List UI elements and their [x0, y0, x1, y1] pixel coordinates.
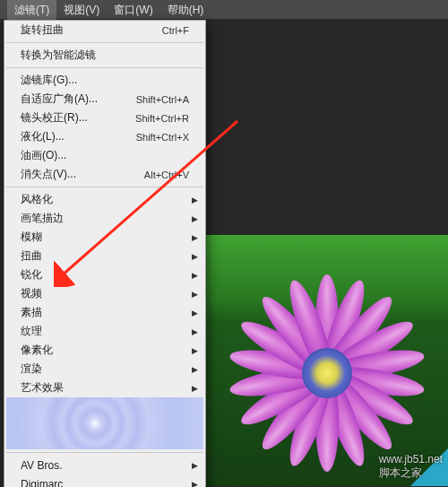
- menu-item-shortcut: Ctrl+F: [162, 25, 189, 36]
- menu-item-sketch[interactable]: 素描: [4, 303, 205, 322]
- menu-item-label: 转换为智能滤镜: [21, 48, 189, 63]
- separator: [6, 67, 203, 68]
- menu-item-sharpen[interactable]: 锐化: [4, 265, 205, 284]
- menu-item-label: 镜头校正(R)...: [21, 110, 135, 126]
- menu-item-label: 锐化: [21, 267, 189, 283]
- separator: [6, 452, 203, 453]
- menubar: 滤镜(T) 视图(V) 窗口(W) 帮助(H): [0, 0, 448, 20]
- menu-item-label: 视频: [21, 286, 189, 301]
- filter-preview-swirl: [6, 397, 203, 449]
- watermark-text: www.jb51.net 脚本之家: [379, 453, 443, 481]
- menu-item-label: 素描: [21, 305, 189, 320]
- watermark-line2: 脚本之家: [379, 465, 443, 481]
- menu-item-shortcut: Alt+Ctrl+V: [144, 170, 189, 180]
- menu-help[interactable]: 帮助(H): [160, 0, 211, 20]
- menu-item-label: 风格化: [21, 192, 189, 207]
- menu-item-label: 纹理: [21, 324, 189, 339]
- document-image: www.jb51.net 脚本之家: [206, 235, 448, 486]
- menu-item-brush-strokes[interactable]: 画笔描边: [4, 209, 205, 228]
- menu-item-label: 艺术效果: [21, 380, 189, 396]
- menu-item-label: 液化(L)...: [21, 129, 136, 144]
- menu-item-distort[interactable]: 扭曲: [4, 247, 205, 265]
- menu-item-shortcut: Shift+Ctrl+R: [135, 113, 189, 124]
- menu-item-video[interactable]: 视频: [4, 284, 205, 303]
- menu-item-vanishing-point[interactable]: 消失点(V)...Alt+Ctrl+V: [4, 165, 205, 184]
- menu-item-label: 自适应广角(A)...: [21, 91, 136, 107]
- menu-item-label: 消失点(V)...: [21, 167, 144, 182]
- menu-item-texture[interactable]: 纹理: [4, 322, 205, 341]
- menu-item-label: 油画(O)...: [21, 148, 189, 163]
- menu-item-blur[interactable]: 模糊: [4, 228, 205, 247]
- menu-item-digimarc[interactable]: Digimarc: [4, 474, 205, 487]
- menu-filter[interactable]: 滤镜(T): [7, 0, 56, 20]
- separator: [6, 187, 203, 187]
- menu-item-artistic[interactable]: 艺术效果: [4, 378, 205, 397]
- menu-item-convert-smart-filter[interactable]: 转换为智能滤镜: [4, 46, 205, 65]
- menu-item-stylize[interactable]: 风格化: [4, 190, 205, 209]
- menu-item-label: AV Bros.: [21, 459, 189, 472]
- menu-item-label: 模糊: [21, 230, 189, 245]
- menu-item-lens-correction[interactable]: 镜头校正(R)...Shift+Ctrl+R: [4, 109, 205, 127]
- menu-item-label: 像素化: [21, 343, 189, 358]
- menu-item-adaptive-wide-angle[interactable]: 自适应广角(A)...Shift+Ctrl+A: [4, 90, 205, 109]
- menu-item-label: 扭曲: [21, 248, 189, 264]
- menu-view[interactable]: 视图(V): [56, 0, 107, 20]
- menu-item-shortcut: Shift+Ctrl+A: [136, 94, 189, 105]
- menu-window[interactable]: 窗口(W): [107, 0, 159, 20]
- menu-item-label: Digimarc: [21, 478, 189, 488]
- menu-item-filter-gallery[interactable]: 滤镜库(G)...: [4, 71, 205, 90]
- watermark-line1: www.jb51.net: [379, 453, 443, 465]
- filter-dropdown: 旋转扭曲 Ctrl+F 转换为智能滤镜 滤镜库(G)... 自适应广角(A)..…: [4, 20, 206, 487]
- menu-item-label: 旋转扭曲: [21, 22, 162, 38]
- menu-item-twirl-repeat[interactable]: 旋转扭曲 Ctrl+F: [4, 21, 205, 39]
- menu-item-pixelate[interactable]: 像素化: [4, 341, 205, 360]
- menu-item-liquify[interactable]: 液化(L)...Shift+Ctrl+X: [4, 127, 205, 146]
- menu-item-label: 滤镜库(G)...: [21, 73, 189, 88]
- flower-graphic: [220, 265, 435, 481]
- menu-item-avbros[interactable]: AV Bros.: [4, 456, 205, 474]
- menu-item-label: 渲染: [21, 361, 189, 377]
- flower-center: [302, 348, 352, 398]
- menu-item-render[interactable]: 渲染: [4, 360, 205, 378]
- menu-item-shortcut: Shift+Ctrl+X: [136, 132, 189, 143]
- menu-item-oil-paint[interactable]: 油画(O)...: [4, 146, 205, 165]
- menu-item-label: 画笔描边: [21, 211, 189, 226]
- separator: [6, 42, 203, 43]
